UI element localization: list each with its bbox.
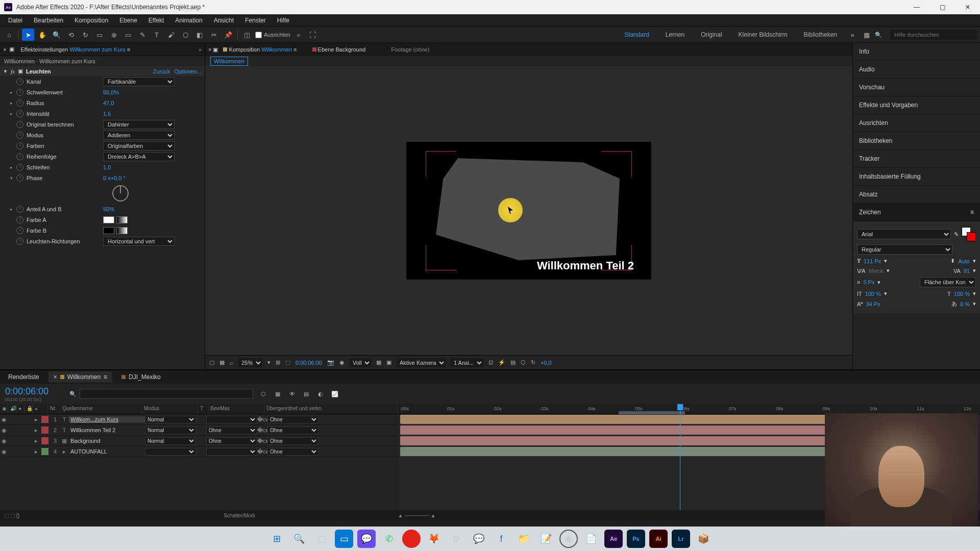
zoom-dropdown[interactable]: 25% [238,358,262,367]
layer-row[interactable]: ◉ ▸ 1 T Willkom...zum Kurs Normal �ской … [0,414,398,425]
search-taskbar-icon[interactable]: 🔍 [290,530,308,548]
layer-row[interactable]: ◉ ▸ 2 T Willkommen Teil 2 Normal Ohne �с… [0,425,398,436]
puppet-tool-icon[interactable]: 📌 [222,29,234,41]
playhead[interactable] [680,404,680,510]
stamp-tool-icon[interactable]: ⬡ [179,29,191,41]
3d-view-icon[interactable]: ▣ [386,359,391,366]
menu-datei[interactable]: Datei [3,15,28,26]
panel-ausrichten[interactable]: Ausrichten [853,114,980,132]
frame-blend-icon[interactable]: ▤ [301,389,311,399]
effect-controls-tab[interactable]: Effekteinstellungen Willkommen zum Kurs … [17,44,133,55]
maximize-button[interactable]: ▢ [934,2,950,12]
panel-info[interactable]: Info [853,43,980,61]
vscale-value[interactable]: 100 % [865,291,881,297]
stopwatch-icon[interactable] [16,99,23,107]
fast-preview-icon[interactable]: ⚡ [498,359,505,366]
stopwatch-icon[interactable] [16,142,23,149]
stopwatch-icon[interactable] [16,238,23,245]
search-icon[interactable]: 🔍 [66,391,80,397]
value-phase[interactable]: 0 x+0,0 ° [103,175,126,181]
tsume-value[interactable]: 0 % [960,301,970,307]
timecode-display[interactable]: 0:00:06:00 [296,360,322,366]
value-intensitaet[interactable]: 1,6 [103,111,111,117]
tab-willkommen[interactable]: × Willkommen ≡ [48,371,112,383]
color-swatch-b[interactable] [103,227,114,234]
teams-icon[interactable]: 💬 [357,530,376,548]
draft3d-icon[interactable]: ▦ [273,389,283,399]
effect-header[interactable]: ▼ fx ▣ Leuchten Zurück Optionen... [0,66,205,76]
graph-editor-icon[interactable]: 📈 [330,389,340,399]
kerning-value[interactable]: Metrik [869,268,884,274]
panel-zeichen-header[interactable]: Zeichen≡ [853,204,980,221]
effect-options-link[interactable]: Optionen... [174,68,202,74]
resolution-dropdown[interactable]: Voll [350,358,371,367]
close-button[interactable]: ✕ [960,2,976,12]
dropdown-kanal[interactable]: Farbkanäle [103,77,175,86]
workspace-more-icon[interactable]: » [846,29,859,41]
motion-blur-icon[interactable]: ◐ [315,389,326,399]
extend-icon[interactable]: ⛶ [307,29,319,41]
dropdown-modus[interactable]: Addieren [103,131,175,140]
stopwatch-icon[interactable] [16,153,23,160]
menu-komposition[interactable]: Komposition [69,15,113,26]
transparency-grid-icon[interactable]: ▦ [219,359,225,366]
effect-reset-link[interactable]: Zurück [153,68,170,74]
panel-effekte[interactable]: Effekte und Vorgaben [853,96,980,114]
views-dropdown[interactable]: 1 Ansi... [451,358,483,367]
workspace-original[interactable]: Original [694,29,729,40]
app-icon-grey[interactable]: ⚙ [447,530,465,548]
snapshot-icon[interactable]: 📷 [327,359,334,366]
text-tool-icon[interactable]: T [151,29,163,41]
guides-icon[interactable]: ⌕ [230,360,233,366]
camera-dropdown[interactable]: Aktive Kamera [397,358,446,367]
mask-toggle-icon[interactable]: ▢ [209,359,214,366]
workspace-reset-icon[interactable]: ▦ [861,29,873,41]
app-icon-red[interactable] [402,530,421,548]
editor-icon[interactable]: 📄 [582,530,600,548]
menu-effekt[interactable]: Effekt [143,15,169,26]
panel-fill[interactable]: Inhaltsbasierte Füllung [853,168,980,186]
exposure-value[interactable]: +0,0 [541,360,552,366]
panel-vorschau[interactable]: Vorschau [853,79,980,96]
panel-bibliotheken[interactable]: Bibliotheken [853,132,980,150]
dropdown-richtungen[interactable]: Horizontal und vert [103,237,175,246]
illustrator-icon[interactable]: Ai [649,530,668,548]
work-area-bar[interactable] [619,411,685,414]
menu-animation[interactable]: Animation [170,15,207,26]
stopwatch-icon[interactable] [16,78,23,85]
shape-tool-icon[interactable]: ▭ [122,29,134,41]
task-view-icon[interactable]: ▢ [312,530,331,548]
workspace-standard[interactable]: Standard [617,29,656,40]
dropdown-original[interactable]: Dahinter [103,120,175,129]
value-schwellenwert[interactable]: 60,0% [103,89,119,95]
snapping-options-icon[interactable]: ⟐ [292,29,305,41]
workspace-klein[interactable]: Kleiner Bildschirm [731,29,795,40]
resolution-icon[interactable]: ⊞ [276,359,280,366]
notes-icon[interactable]: 📝 [537,530,555,548]
panel-overflow-icon[interactable]: » [199,46,202,53]
channel-icon[interactable]: ◉ [339,359,345,366]
leading-value[interactable]: Auto [958,258,970,264]
layer-row[interactable]: ◉ ▸ 3 ▦ Background Normal Ohne �ской Ohn… [0,436,398,446]
menu-bearbeiten[interactable]: Bearbeiten [29,15,68,26]
tracking-value[interactable]: 91 [964,268,970,274]
home-icon[interactable]: ⌂ [3,29,15,41]
layer-search-input[interactable] [80,389,253,399]
minimize-button[interactable]: — [909,2,925,12]
menu-ansicht[interactable]: Ansicht [209,15,239,26]
pen-tool-icon[interactable]: ✎ [136,29,149,41]
messenger-icon[interactable]: 💬 [470,530,488,548]
after-effects-taskbar-icon[interactable]: Ae [604,530,623,548]
camera-tool-icon[interactable]: ▭ [93,29,106,41]
zoom-tool-icon[interactable]: 🔍 [51,29,63,41]
value-schleifen[interactable]: 1,0 [103,164,111,170]
eyedropper-a-icon[interactable] [116,216,128,223]
value-anteil[interactable]: 50% [103,206,114,212]
hide-shy-icon[interactable]: 👁 [287,389,297,399]
firefox-icon[interactable]: 🦊 [425,530,443,548]
menu-hilfe[interactable]: Hilfe [272,15,295,26]
eraser-tool-icon[interactable]: ◧ [193,29,206,41]
folder-icon[interactable]: 📁 [514,530,533,548]
eyedropper-b-icon[interactable] [116,227,128,234]
explorer-icon[interactable]: ▭ [335,530,353,548]
